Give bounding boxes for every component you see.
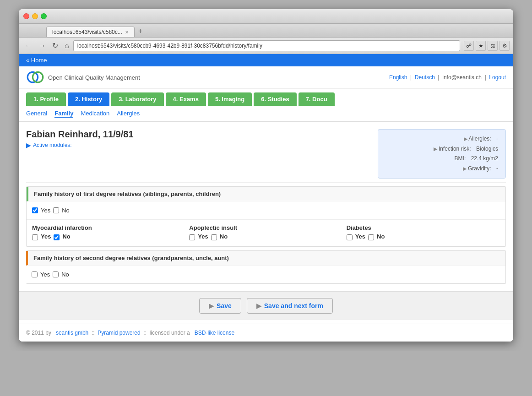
- form1-no-label[interactable]: No: [62, 207, 70, 214]
- save-button[interactable]: ▶ Save: [199, 298, 241, 314]
- tab-studies[interactable]: 6. Studies: [254, 92, 296, 106]
- field-apoplectic-checks: Yes No: [189, 233, 342, 242]
- infection-risk-value: Biologics: [476, 144, 498, 154]
- tab-imaging[interactable]: 5. Imaging: [208, 92, 252, 106]
- footer-company-link[interactable]: seantis gmbh: [56, 330, 88, 336]
- patient-area: Fabian Reinhard, 11/9/81 ▶ Active module…: [19, 122, 513, 182]
- form2-header: Family history of second degree relative…: [26, 251, 505, 266]
- form2-no-checkbox[interactable]: [53, 271, 59, 277]
- tab-close-icon[interactable]: ✕: [125, 30, 129, 35]
- field-apoplectic: Apoplectic insult Yes No: [189, 224, 342, 242]
- subtab-family[interactable]: Family: [54, 110, 73, 118]
- bmi-value: 22.4 kg/m2: [471, 154, 498, 164]
- forward-button[interactable]: →: [36, 41, 48, 51]
- ai-no-checkbox[interactable]: [211, 234, 217, 240]
- close-button[interactable]: [23, 13, 29, 19]
- save-label: Save: [217, 302, 232, 309]
- browser-titlebar: [19, 9, 513, 24]
- mi-no-checkbox[interactable]: [54, 234, 60, 240]
- form2-yes-label[interactable]: Yes: [40, 271, 50, 278]
- address-bar[interactable]: [73, 40, 460, 51]
- action-bar: ▶ Save ▶ Save and next form: [19, 291, 513, 320]
- ai-no-label[interactable]: No: [220, 233, 228, 240]
- tools-icon[interactable]: ⚖: [488, 41, 498, 51]
- maximize-button[interactable]: [41, 13, 47, 19]
- bookmark-bar-icon[interactable]: ☍: [464, 41, 474, 51]
- header-email: info@seantis.ch: [442, 74, 482, 81]
- tab-profile[interactable]: 1. Profile: [26, 92, 66, 106]
- form2-yes-no-row: Yes No: [32, 271, 500, 278]
- save-next-icon: ▶: [256, 302, 261, 309]
- header-nav: English | Deutsch | info@seantis.ch | Lo…: [389, 74, 506, 81]
- form1-yes-checkbox[interactable]: [32, 207, 38, 213]
- footer-license-text: licensed under a: [150, 330, 190, 336]
- tab-docu[interactable]: 7. Docu: [299, 92, 335, 106]
- ai-yes-label[interactable]: Yes: [198, 233, 208, 240]
- form1-title: Family history of first degree relatives…: [34, 190, 221, 197]
- browser-tab-bar: localhost:6543/visits/c580c... ✕ +: [19, 24, 513, 38]
- back-button[interactable]: ←: [22, 41, 34, 51]
- app-name: Open Clinical Quality Management: [48, 74, 140, 81]
- infection-risk-label: ▶ Infection risk:: [434, 144, 471, 154]
- form1-yes-label[interactable]: Yes: [41, 207, 50, 214]
- divider1: [26, 182, 506, 183]
- home-button[interactable]: ⌂: [62, 41, 71, 51]
- subtab-general[interactable]: General: [26, 110, 47, 118]
- active-modules: ▶ Active modules:: [26, 141, 134, 149]
- mi-yes-checkbox[interactable]: [32, 234, 38, 240]
- new-tab-button[interactable]: +: [135, 25, 146, 37]
- footer-powered-link[interactable]: Pyramid powered: [98, 330, 140, 336]
- info-icon: ▶: [464, 136, 467, 141]
- tab-laboratory[interactable]: 3. Laboratory: [111, 92, 163, 106]
- info-icon3: ▶: [463, 166, 467, 171]
- subtab-medication[interactable]: Medication: [81, 110, 109, 118]
- form1-body: Yes No: [27, 201, 505, 219]
- form2-no-label[interactable]: No: [61, 271, 69, 278]
- form1-header: Family history of first degree relatives…: [27, 187, 505, 201]
- home-link[interactable]: « Home: [26, 57, 47, 64]
- reload-button[interactable]: ↻: [50, 40, 60, 51]
- ai-yes-checkbox[interactable]: [189, 234, 195, 240]
- field-diabetes-label: Diabetes: [347, 224, 500, 231]
- save-next-button[interactable]: ▶ Save and next form: [247, 298, 333, 314]
- browser-toolbar: ← → ↻ ⌂ ☍ ★ ⚖ ⚙: [19, 38, 513, 54]
- lang-deutsch-link[interactable]: Deutsch: [415, 74, 435, 81]
- gravidity-value: -: [496, 164, 498, 174]
- lang-english-link[interactable]: English: [389, 74, 407, 81]
- page-content: « Home Open Clinical Quality Management …: [19, 54, 513, 342]
- logout-link[interactable]: Logout: [489, 74, 506, 81]
- browser-tab[interactable]: localhost:6543/visits/c580c... ✕: [46, 27, 135, 37]
- page-footer: © 2011 by seantis gmbh :: Pyramid powere…: [19, 324, 513, 342]
- mi-yes-label[interactable]: Yes: [41, 233, 51, 240]
- tab-history[interactable]: 2. History: [68, 92, 109, 106]
- star-icon[interactable]: ★: [476, 41, 486, 51]
- logo-area: Open Clinical Quality Management: [26, 71, 140, 84]
- db-yes-checkbox[interactable]: [347, 234, 353, 240]
- footer-license-link[interactable]: BSD-like license: [195, 330, 234, 336]
- gravidity-row: ▶ Gravidity: -: [385, 164, 498, 174]
- form1-field-grid: Myocardial infarction Yes No Apoplectic …: [27, 219, 505, 246]
- circle-icon: ▶: [26, 141, 31, 149]
- info-box: ▶ Allergies: - ▶ Infection risk: Biologi…: [378, 129, 506, 179]
- menu-icon[interactable]: ⚙: [499, 41, 510, 51]
- infection-risk-row: ▶ Infection risk: Biologics: [385, 144, 498, 154]
- minimize-button[interactable]: [32, 13, 38, 19]
- form2-yes-checkbox[interactable]: [32, 271, 38, 277]
- db-no-checkbox[interactable]: [368, 234, 374, 240]
- bmi-label: BMI:: [455, 154, 466, 164]
- form1-no-checkbox[interactable]: [53, 207, 59, 213]
- field-myocardial: Myocardial infarction Yes No: [32, 224, 185, 242]
- db-yes-label[interactable]: Yes: [355, 233, 365, 240]
- bmi-row: BMI: 22.4 kg/m2: [385, 154, 498, 164]
- patient-info: Fabian Reinhard, 11/9/81 ▶ Active module…: [26, 129, 134, 179]
- home-banner: « Home: [19, 54, 513, 66]
- info-icon2: ▶: [434, 146, 437, 152]
- app-logo: [26, 71, 44, 84]
- subtab-allergies[interactable]: Allergies: [117, 110, 140, 118]
- field-apoplectic-label: Apoplectic insult: [189, 224, 342, 231]
- form1-yes-no-row: Yes No: [32, 207, 500, 214]
- tab-exams[interactable]: 4. Exams: [166, 92, 206, 106]
- mi-no-label[interactable]: No: [62, 233, 70, 240]
- field-myocardial-checks: Yes No: [32, 233, 185, 242]
- db-no-label[interactable]: No: [377, 233, 385, 240]
